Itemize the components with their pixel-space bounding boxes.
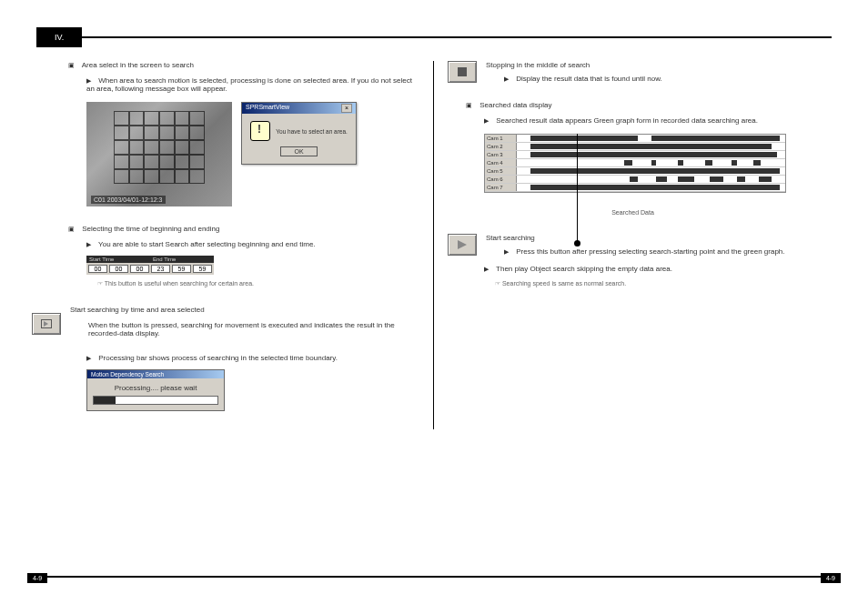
progress-dialog: Motion Dependency Search Processing.... …	[86, 369, 225, 411]
progress-text: Processing.... please wait	[93, 384, 218, 392]
time-labels: Start Time End Time	[86, 256, 214, 263]
tl-label-cam7: Cam 7	[485, 184, 517, 191]
page: IV. ▣ Area select in the screen to searc…	[0, 0, 868, 594]
tl-label-cam3: Cam 3	[485, 151, 517, 158]
start-min-spin[interactable]: 00	[109, 265, 128, 273]
dialog-message: You have to select an area.	[276, 128, 348, 135]
end-min-spin[interactable]: 59	[172, 265, 191, 273]
section-heading: Start searching	[486, 234, 818, 242]
body-text: Display the result data that is found un…	[516, 75, 662, 83]
triangle-bullet-icon: ▶	[86, 355, 91, 361]
start-time-label: Start Time	[86, 256, 150, 263]
timeline-wrap: Cam 1 Cam 2 Cam 3 Cam 4 Cam 5 Cam 6 Cam …	[448, 134, 818, 216]
heading-text: Selecting the time of beginning and endi…	[82, 225, 219, 233]
stop-icon	[458, 67, 467, 76]
section-body: ▶ Press this button after pressing selec…	[486, 247, 818, 256]
section-body: ▶ Display the result data that is found …	[486, 75, 818, 83]
page-number-right: 4-9	[821, 573, 841, 583]
tl-label-cam1: Cam 1	[485, 135, 517, 142]
header-rule	[82, 36, 832, 38]
ok-button[interactable]: OK	[280, 146, 317, 156]
cctv-preview: C01 2003/04/01-12:12:3	[86, 102, 232, 206]
heading-text: Area select in the screen to search	[82, 61, 194, 69]
section-body: ▶ You are able to start Search after sel…	[50, 240, 419, 248]
footer-rule	[36, 576, 832, 578]
start-sec-spin[interactable]: 00	[130, 265, 149, 273]
section-body: ▶ Searched result data appears Green gra…	[448, 116, 818, 125]
dialog-titlebar: SPRSmartView ×	[242, 103, 356, 114]
section-heading: ▣ Searched data display	[448, 101, 818, 109]
section-body: ▶ Processing bar shows process of search…	[50, 354, 419, 362]
motion-grid	[114, 111, 205, 184]
progress-title: Motion Dependency Search	[87, 370, 224, 378]
body-columns: ▣ Area select in the screen to search ▶ …	[36, 61, 832, 429]
body-text: Processing bar shows process of searchin…	[98, 354, 338, 362]
play-icon	[458, 240, 467, 249]
dialog-title-text: SPRSmartView	[246, 104, 289, 113]
section-heading: Stopping in the middle of search	[486, 61, 818, 69]
search-start-button[interactable]	[32, 313, 61, 335]
play-box-icon	[41, 319, 52, 328]
body-text: Press this button after pressing selecti…	[516, 247, 784, 256]
header: IV.	[36, 27, 832, 47]
timeline-marker[interactable]	[577, 134, 578, 243]
warning-icon	[250, 121, 270, 141]
section-body: ▶ When area to search motion is selected…	[50, 76, 419, 93]
tl-label-cam4: Cam 4	[485, 159, 517, 166]
triangle-bullet-icon: ▶	[504, 248, 509, 255]
triangle-bullet-icon: ▶	[504, 76, 509, 82]
progress-bar	[93, 396, 218, 405]
triangle-bullet-icon: ▶	[484, 117, 489, 124]
body-text: When area to search motion is selected, …	[86, 76, 412, 93]
heading-text: Start searching by time and area selecte…	[70, 306, 205, 314]
timeline-caption: Searched Data	[448, 209, 818, 216]
triangle-bullet-icon: ▶	[484, 266, 489, 272]
dialog-body: You have to select an area. OK	[242, 114, 356, 164]
triangle-bullet-icon: ▶	[86, 77, 91, 84]
note-text: ☞ Searching speed is same as normal sear…	[448, 280, 818, 287]
camera-timeline[interactable]: Cam 1 Cam 2 Cam 3 Cam 4 Cam 5 Cam 6 Cam …	[484, 134, 786, 193]
tl-label-cam5: Cam 5	[485, 167, 517, 175]
section-heading: ▣ Area select in the screen to search	[50, 61, 419, 69]
heading-text: Stopping in the middle of search	[486, 61, 590, 69]
left-column: ▣ Area select in the screen to search ▶ …	[36, 61, 434, 429]
square-bullet-icon: ▣	[68, 226, 75, 232]
page-number-left: 4-9	[27, 573, 47, 583]
body-text: Searched result data appears Green graph…	[496, 116, 758, 125]
square-bullet-icon: ▣	[68, 62, 75, 68]
stop-button[interactable]	[448, 61, 477, 83]
heading-text: Start searching	[486, 234, 535, 242]
close-icon[interactable]: ×	[341, 104, 352, 113]
section-heading: Start searching by time and area selecte…	[70, 306, 419, 314]
time-range-control[interactable]: Start Time End Time 00 00 00 23 59 59	[86, 256, 214, 275]
play-button[interactable]	[448, 234, 477, 256]
progress-fill	[94, 397, 116, 404]
square-bullet-icon: ▣	[466, 102, 472, 108]
section-body: When the button is pressed, searching fo…	[70, 321, 419, 337]
section-heading: ▣ Selecting the time of beginning and en…	[50, 225, 419, 233]
section-body: ▶ Then play Object search skipping the e…	[448, 265, 818, 273]
body-text: Then play Object search skipping the emp…	[496, 265, 672, 273]
end-hour-spin[interactable]: 23	[151, 265, 170, 273]
heading-text: Searched data display	[479, 101, 551, 109]
note-text: ☞ This button is useful when searching f…	[50, 280, 419, 287]
tl-label-cam2: Cam 2	[485, 143, 517, 150]
cctv-timestamp: C01 2003/04/01-12:12:3	[91, 196, 166, 204]
end-time-label: End Time	[150, 256, 214, 263]
alert-dialog: SPRSmartView × You have to select an are…	[241, 102, 357, 165]
triangle-bullet-icon: ▶	[86, 241, 91, 247]
end-sec-spin[interactable]: 59	[193, 265, 212, 273]
section-tab: IV.	[36, 27, 82, 47]
body-text: When the button is pressed, searching fo…	[88, 321, 395, 337]
image-row: C01 2003/04/01-12:12:3 SPRSmartView × Yo…	[86, 102, 419, 206]
tl-label-cam6: Cam 6	[485, 176, 517, 183]
right-column: Stopping in the middle of search ▶ Displ…	[434, 61, 832, 429]
body-text: You are able to start Search after selec…	[98, 240, 316, 248]
start-hour-spin[interactable]: 00	[88, 265, 107, 273]
